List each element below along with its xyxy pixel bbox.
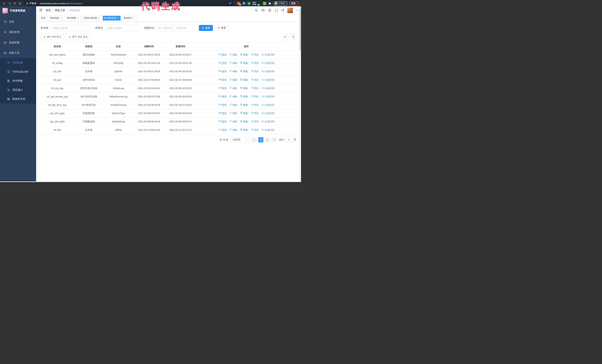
table-row[interactable]: inf_api_access_log API 访问日志表 InfApiAcces… bbox=[41, 93, 297, 101]
row-action-编辑[interactable]: 编辑 bbox=[229, 86, 237, 90]
row-action-预览[interactable]: 预览 bbox=[219, 70, 226, 73]
security-warning[interactable]: 不安全 bbox=[26, 2, 36, 5]
back-icon[interactable] bbox=[2, 1, 7, 6]
table-row[interactable]: inf_job_log 定时任务日志表 InfJobLog 2021-02-08… bbox=[41, 84, 297, 93]
page-number-1[interactable]: 1 bbox=[258, 137, 263, 142]
tab-系统接口[interactable]: 系统接口 bbox=[122, 16, 137, 21]
github-icon[interactable] bbox=[261, 9, 265, 12]
row-action-编辑[interactable]: 编辑 bbox=[229, 70, 237, 73]
table-name-input[interactable] bbox=[50, 25, 90, 31]
hamburger-icon[interactable] bbox=[39, 8, 43, 13]
extension-icon[interactable] bbox=[242, 2, 246, 5]
tab-代码生成[interactable]: 代码生成 bbox=[103, 16, 121, 21]
extension-icon[interactable]: ✓ bbox=[247, 2, 251, 5]
row-action-生成代码[interactable]: 生成代码 bbox=[262, 128, 274, 132]
toggle-search-button[interactable] bbox=[282, 34, 288, 40]
extension-icon[interactable] bbox=[253, 2, 256, 5]
db-import-button[interactable]: 基于 DB 导入 bbox=[41, 34, 64, 40]
row-action-同步[interactable]: 同步 bbox=[251, 112, 259, 115]
row-action-删除[interactable]: 删除 bbox=[240, 86, 248, 90]
search-button[interactable]: 搜索 bbox=[199, 25, 213, 31]
table-row[interactable]: inf_job 定时任务表 InfJob 2021-02-07 06:39:34… bbox=[41, 76, 297, 84]
row-action-预览[interactable]: 预览 bbox=[219, 128, 226, 132]
row-action-删除[interactable]: 删除 bbox=[240, 103, 248, 107]
next-page-button[interactable] bbox=[271, 137, 277, 142]
help-icon[interactable] bbox=[268, 9, 271, 12]
tab-首页[interactable]: 首页 bbox=[39, 16, 47, 21]
tab-表单构建[interactable]: 表单构建 bbox=[65, 16, 81, 21]
sidebar-item[interactable]: 研发工具 bbox=[0, 48, 36, 58]
row-action-同步[interactable]: 同步 bbox=[251, 95, 259, 98]
close-icon[interactable] bbox=[60, 17, 62, 19]
caret-down-icon[interactable] bbox=[296, 9, 298, 12]
row-action-预览[interactable]: 预览 bbox=[219, 103, 226, 107]
extension-icon[interactable]: on bbox=[258, 2, 261, 5]
font-size-icon[interactable]: TT bbox=[281, 9, 284, 12]
page-number-2[interactable]: 2 bbox=[265, 137, 270, 142]
table-row[interactable]: inf_config 参数配置表 InfConfig 2021-02-06 19… bbox=[41, 59, 297, 67]
bookmark-star-icon[interactable] bbox=[229, 2, 232, 5]
address-bar[interactable]: 不安全 dashboard.yudao.iocoder.cn/tool/code… bbox=[24, 1, 234, 6]
close-icon[interactable] bbox=[98, 17, 100, 19]
sidebar-subitem[interactable]: 系统接口 bbox=[0, 85, 36, 94]
table-row[interactable]: inf_api_error_log API 错误日志 InfApiErrorLo… bbox=[41, 101, 297, 109]
extension-icon[interactable] bbox=[263, 2, 266, 5]
row-action-编辑[interactable]: 编辑 bbox=[229, 112, 237, 115]
date-range-picker[interactable]: 开始日期 - 结束日期 bbox=[156, 25, 199, 31]
close-icon[interactable] bbox=[117, 17, 119, 19]
page-scrollbar[interactable] bbox=[299, 7, 301, 182]
row-action-删除[interactable]: 删除 bbox=[240, 128, 248, 132]
row-action-同步[interactable]: 同步 bbox=[251, 120, 259, 124]
tab-链路追踪[interactable]: 链路追踪 bbox=[48, 16, 64, 21]
row-action-删除[interactable]: 删除 bbox=[240, 70, 248, 73]
logo-bar[interactable]: 芋道管理系统 bbox=[0, 6, 36, 15]
row-action-生成代码[interactable]: 生成代码 bbox=[262, 53, 274, 57]
row-action-预览[interactable]: 预览 bbox=[219, 120, 226, 124]
row-action-预览[interactable]: 预览 bbox=[219, 78, 226, 82]
row-action-编辑[interactable]: 编辑 bbox=[229, 61, 237, 65]
table-row[interactable]: inf_file 文件表 InfFile 2021-03-13 09:43:20… bbox=[41, 126, 297, 134]
row-action-编辑[interactable]: 编辑 bbox=[229, 78, 237, 82]
row-action-预览[interactable]: 预览 bbox=[219, 112, 226, 115]
close-icon[interactable] bbox=[77, 17, 79, 19]
row-action-预览[interactable]: 预览 bbox=[219, 61, 226, 65]
extension-icon[interactable]: 1 bbox=[237, 2, 240, 5]
reload-icon[interactable] bbox=[12, 1, 17, 6]
reset-button[interactable]: 重置 bbox=[215, 25, 229, 31]
row-action-删除[interactable]: 删除 bbox=[240, 120, 248, 124]
row-action-同步[interactable]: 同步 bbox=[251, 128, 259, 132]
goto-page-input[interactable] bbox=[285, 137, 292, 142]
tab-代码生成示例[interactable]: 代码生成示例 bbox=[82, 16, 102, 21]
row-action-生成代码[interactable]: 生成代码 bbox=[262, 95, 274, 98]
row-action-同步[interactable]: 同步 bbox=[251, 86, 259, 90]
row-action-编辑[interactable]: 编辑 bbox=[229, 95, 237, 98]
row-action-生成代码[interactable]: 生成代码 bbox=[262, 103, 274, 107]
row-action-删除[interactable]: 删除 bbox=[240, 95, 248, 98]
row-action-生成代码[interactable]: 生成代码 bbox=[262, 112, 274, 115]
browser-update-button[interactable]: 更新 bbox=[289, 1, 299, 6]
row-action-同步[interactable]: 同步 bbox=[251, 61, 259, 65]
sidebar-subitem[interactable]: 数据库文档 bbox=[0, 94, 36, 104]
sidebar-subitem[interactable]: 代码生成 bbox=[0, 58, 36, 67]
search-icon[interactable] bbox=[255, 9, 258, 12]
home-icon[interactable] bbox=[17, 1, 22, 6]
page-size-select[interactable]: 10条/页 bbox=[231, 137, 249, 142]
breadcrumb-item[interactable]: 研发工具 bbox=[55, 9, 65, 12]
row-action-生成代码[interactable]: 生成代码 bbox=[262, 70, 274, 73]
row-action-同步[interactable]: 同步 bbox=[251, 78, 259, 82]
table-row[interactable]: sys_dict_data 字典数据表 SysDictData 2021-03-… bbox=[41, 118, 297, 126]
row-action-删除[interactable]: 删除 bbox=[240, 53, 248, 57]
row-action-生成代码[interactable]: 生成代码 bbox=[262, 61, 274, 65]
row-action-预览[interactable]: 预览 bbox=[219, 86, 226, 90]
row-action-编辑[interactable]: 编辑 bbox=[229, 103, 237, 107]
row-action-预览[interactable]: 预览 bbox=[219, 95, 226, 98]
row-action-生成代码[interactable]: 生成代码 bbox=[262, 78, 274, 82]
row-action-生成代码[interactable]: 生成代码 bbox=[262, 86, 274, 90]
forward-icon[interactable] bbox=[7, 1, 12, 6]
refresh-button[interactable] bbox=[290, 34, 297, 40]
sidebar-subitem[interactable]: 表单构建 bbox=[0, 76, 36, 85]
table-row[interactable]: sys_dict_type 字典类型表 SysDictType 2021-03-… bbox=[41, 109, 297, 118]
row-action-删除[interactable]: 删除 bbox=[240, 78, 248, 82]
row-action-预览[interactable]: 预览 bbox=[219, 53, 226, 57]
prev-page-button[interactable] bbox=[252, 137, 257, 142]
